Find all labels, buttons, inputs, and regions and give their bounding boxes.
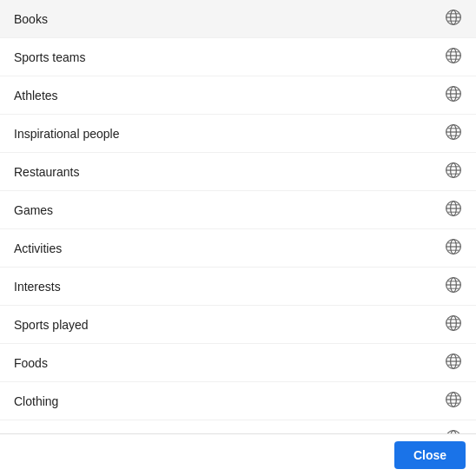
list-item[interactable]: Books (0, 0, 476, 38)
list-item[interactable]: Activities (0, 229, 476, 268)
item-label: Activities (14, 241, 62, 255)
list-item[interactable]: Sports teams (0, 38, 476, 76)
globe-icon (445, 314, 462, 334)
item-label: Interests (14, 280, 61, 294)
category-list: Books Sports teams Athletes Inspirationa… (0, 0, 476, 476)
globe-icon (445, 353, 462, 373)
item-label: Sports teams (14, 50, 85, 64)
item-label: Athletes (14, 89, 58, 102)
item-label: Sports played (14, 318, 89, 332)
globe-icon (445, 47, 462, 67)
list-item[interactable]: Interests (0, 268, 476, 306)
globe-icon (445, 9, 462, 29)
item-label: Clothing (14, 394, 58, 408)
list-item[interactable]: Restaurants (0, 153, 476, 191)
list-item[interactable]: Athletes (0, 76, 476, 115)
close-button[interactable]: Close (394, 441, 466, 469)
globe-icon (445, 162, 462, 182)
list-item[interactable]: Inspirational people (0, 115, 476, 153)
item-label: Foods (14, 356, 48, 370)
list-item[interactable]: Foods (0, 344, 476, 382)
globe-icon (445, 238, 462, 258)
list-item[interactable]: Sports played (0, 306, 476, 344)
globe-icon (445, 85, 462, 105)
globe-icon (445, 123, 462, 143)
item-label: Inspirational people (14, 127, 119, 141)
globe-icon (445, 391, 462, 411)
globe-icon (445, 276, 462, 296)
item-label: Games (14, 203, 53, 217)
item-label: Restaurants (14, 165, 79, 179)
list-item[interactable]: Clothing (0, 382, 476, 420)
globe-icon (445, 200, 462, 220)
list-item[interactable]: Games (0, 191, 476, 229)
item-label: Books (14, 12, 48, 26)
bottom-bar: Close (0, 433, 476, 476)
